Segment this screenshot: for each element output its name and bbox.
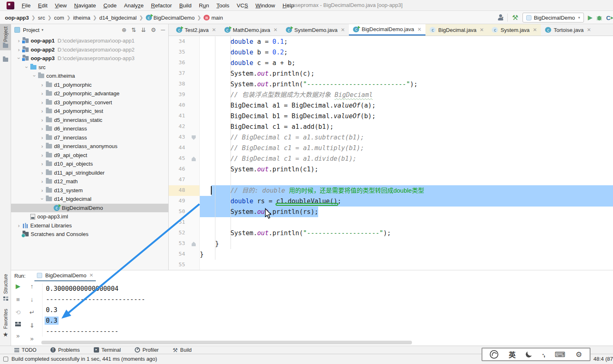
tool-window-button-folder[interactable] <box>0 55 11 64</box>
code-line-35[interactable]: double b = 0.2; <box>200 47 613 58</box>
tree-item-d11-api-stringbuilder[interactable]: ›d11_api_stringbuilder <box>11 169 168 178</box>
code-line-42[interactable]: BigDecimal c1 = a1.add(b1); <box>200 121 613 132</box>
scroll-to-end-button[interactable]: ⇓ <box>29 322 35 329</box>
tree-item-oop-app3-iml[interactable]: oop-app3.iml <box>11 212 168 221</box>
editor-tab-test2-java[interactable]: cTest2.java✕ <box>172 24 220 36</box>
menu-item-code[interactable]: Code <box>100 2 120 9</box>
tree-chevron-icon[interactable]: › <box>38 170 46 176</box>
tree-item-oop-app3[interactable]: ›oop-app3D:\code\javasepromax\oop-app3 <box>11 54 168 63</box>
tree-item-d6-innerclass[interactable]: ›d6_innerclass <box>11 124 168 133</box>
code-line-52[interactable]: System.out.println("-------------------"… <box>200 228 613 238</box>
close-icon[interactable]: ✕ <box>417 27 421 32</box>
menu-item-run[interactable]: Run <box>195 2 213 9</box>
editor-tab-tortoise-java[interactable]: cTortoise.java✕ <box>541 24 595 36</box>
tree-item-external-libraries[interactable]: ›External Libraries <box>11 221 168 230</box>
stop-button[interactable]: ■ <box>16 296 20 303</box>
editor-tab-systemdemo-java[interactable]: cSystemDemo.java✕ <box>282 24 349 36</box>
rerun-button[interactable]: ▶ <box>16 283 20 290</box>
moon-icon[interactable] <box>525 351 532 358</box>
tree-item-d13-system[interactable]: ›d13_system <box>11 186 168 195</box>
event-log-icon[interactable] <box>3 357 8 362</box>
tree-chevron-icon[interactable]: › <box>38 90 46 97</box>
breadcrumb-item-oop-app3[interactable]: oop-app3 <box>5 15 29 21</box>
tree-chevron-icon[interactable]: › <box>16 55 22 62</box>
breadcrumb-item-main[interactable]: mmain <box>204 15 223 21</box>
punctuation-icon[interactable]: ·, <box>542 351 545 358</box>
code-line-38[interactable]: System.out.println("--------------------… <box>200 79 613 90</box>
menu-item-file[interactable]: File <box>18 2 34 9</box>
tree-item-d3-polymorphic-convert[interactable]: ›d3_polymorphic_convert <box>11 98 168 107</box>
code-area[interactable]: double a = 0.1; double b = 0.2; double c… <box>200 36 613 270</box>
tree-item-d5-innerclass-static[interactable]: ›d5_innerclass_static <box>11 116 168 125</box>
tool-window-button-favorites[interactable]: Favorites ★ <box>0 306 11 341</box>
code-line-54[interactable]: } <box>200 249 613 260</box>
run-tab[interactable]: BigDecimalDemo ✕ <box>34 271 95 281</box>
close-icon[interactable]: ✕ <box>274 27 278 33</box>
debug-button[interactable] <box>597 15 602 21</box>
tree-item-d10-api-objects[interactable]: ›d10_api_objects <box>11 160 168 169</box>
tree-item-bigdecimaldemo[interactable]: cBigDecimalDemo <box>11 204 168 213</box>
code-line-55[interactable] <box>200 260 613 270</box>
breadcrumb-item-d14_bigdecimal[interactable]: d14_bigdecimal <box>100 15 137 21</box>
code-line-43[interactable]: // BigDecimal c1 = a1.subtract(b1); <box>200 132 613 143</box>
restart-debug-button[interactable]: ⟲ <box>16 309 21 316</box>
close-icon[interactable]: ✕ <box>212 27 216 33</box>
code-line-41[interactable]: BigDecimal b1 = BigDecimal.valueOf(b); <box>200 111 613 121</box>
chevron-down-icon[interactable]: ▾ <box>41 28 43 32</box>
code-line-51[interactable] <box>200 217 613 228</box>
breadcrumb-item-com[interactable]: com <box>54 15 64 21</box>
tree-chevron-icon[interactable]: › <box>39 195 45 203</box>
sogou-logo-icon[interactable] <box>490 350 498 359</box>
tree-item-oop-app2[interactable]: ›oop-app2D:\code\javasepromax\oop-app2 <box>11 45 168 54</box>
caret-position-indicator[interactable]: 48:4 (87 <box>593 356 613 362</box>
tree-chevron-icon[interactable]: › <box>38 99 46 106</box>
code-line-48[interactable]: // 目的: double 用的时候，还是需要将值的类型转回成double类型 <box>200 185 613 196</box>
tree-item-oop-app1[interactable]: ›oop-app1D:\code\javasepromax\oop-app1 <box>11 36 168 45</box>
fold-marker-icon[interactable] <box>192 157 196 161</box>
gear-icon[interactable]: ⚙ <box>575 350 582 359</box>
tree-chevron-icon[interactable]: › <box>38 117 46 123</box>
tree-chevron-icon[interactable]: › <box>38 108 46 114</box>
code-line-46[interactable]: System.out.println(c1); <box>200 164 613 175</box>
tool-window-button-profiler[interactable]: Profiler <box>135 347 159 353</box>
tree-item-d7-innerclass[interactable]: ›d7_innerclass <box>11 133 168 142</box>
menu-item-edit[interactable]: Edit <box>34 2 51 9</box>
code-line-36[interactable]: double c = a + b; <box>200 58 613 68</box>
tree-chevron-icon[interactable]: › <box>32 72 38 80</box>
ime-language-toggle[interactable]: 英 <box>509 349 516 360</box>
menu-item-window[interactable]: Window <box>252 2 279 9</box>
tool-window-button-build[interactable]: ⚒Build <box>173 347 192 353</box>
menu-item-build[interactable]: Build <box>176 2 195 9</box>
project-action-settings-icon[interactable]: ⚙ <box>151 27 156 33</box>
breadcrumb-item-bigdecimaldemo[interactable]: cBigDecimalDemo <box>146 15 195 21</box>
tree-chevron-icon[interactable]: › <box>38 187 46 193</box>
tree-chevron-icon[interactable]: › <box>38 135 46 141</box>
layout-settings-button[interactable] <box>15 322 21 326</box>
close-icon[interactable]: ✕ <box>480 27 484 33</box>
horizontal-scrollbar[interactable] <box>41 341 412 344</box>
tree-item-d12-math[interactable]: ›d12_math <box>11 177 168 186</box>
editor-tab-bigdecimal-java[interactable]: cBigDecimal.java✕ <box>425 24 488 36</box>
project-action-collapse-all-icon[interactable]: ⇊ <box>141 27 146 33</box>
tree-chevron-icon[interactable]: › <box>38 178 46 184</box>
menu-item-navigate[interactable]: Navigate <box>70 2 100 9</box>
build-hammer-icon[interactable]: ⚒ <box>512 13 518 22</box>
tool-window-button-project[interactable]: Project <box>0 24 11 50</box>
menu-item-vcs[interactable]: VCS <box>233 2 252 9</box>
tree-chevron-icon[interactable]: › <box>38 126 46 132</box>
code-line-49[interactable]: double rs = c1.doubleValue(); <box>200 196 613 207</box>
tree-chevron-icon[interactable]: › <box>38 143 46 149</box>
breadcrumb-item-itheima[interactable]: itheima <box>73 15 90 21</box>
tool-window-button-problems[interactable]: !Problems <box>50 347 80 353</box>
tree-chevron-icon[interactable]: › <box>38 152 46 158</box>
code-line-34[interactable]: double a = 0.1; <box>200 36 613 47</box>
keyboard-icon[interactable]: ⌨ <box>555 350 565 359</box>
code-line-45[interactable]: // BigDecimal c1 = a1.divide(b1); <box>200 153 613 164</box>
soft-wrap-button[interactable]: ↵ <box>29 309 35 316</box>
navigate-down-button[interactable]: ↓ <box>30 296 34 303</box>
menu-item-tools[interactable]: Tools <box>213 2 233 9</box>
tool-window-button-terminal[interactable]: ▸Terminal <box>94 347 121 353</box>
code-line-50[interactable]: System.out.println(rs); <box>200 207 613 217</box>
editor-tab-bigdecimaldemo-java[interactable]: cBigDecimalDemo.java✕ <box>349 24 425 36</box>
user-profile-button[interactable]: ▾ <box>498 14 504 21</box>
